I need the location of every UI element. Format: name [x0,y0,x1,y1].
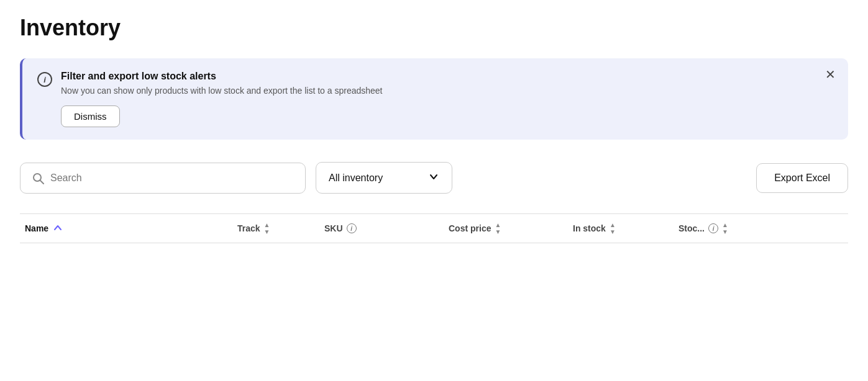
page-title: Inventory [20,15,848,41]
alert-content: Filter and export low stock alerts Now y… [61,71,833,127]
table-header: Name Track ▲ ▼ SKU i Cost price ▲ ▼ In s… [20,213,848,243]
col-name[interactable]: Name [20,223,237,234]
sort-desc-icon: ▼ [495,228,501,235]
dismiss-button[interactable]: Dismiss [61,105,120,127]
sort-asc-icon: ▲ [722,222,728,228]
sort-asc-icon: ▲ [495,222,501,228]
alert-body: Now you can show only products with low … [61,86,833,96]
col-stoc: Stoc... i ▲ ▼ [678,222,790,235]
sku-info-icon[interactable]: i [347,223,357,233]
search-icon [32,172,44,184]
alert-title: Filter and export low stock alerts [61,71,833,82]
info-icon: i [37,72,52,87]
filter-dropdown[interactable]: All inventory [316,162,452,194]
svg-line-1 [40,181,43,184]
col-sku-label: SKU [324,223,343,233]
sort-desc-icon: ▼ [610,228,616,235]
col-track-label: Track [237,223,260,233]
svg-point-0 [34,174,41,181]
close-button[interactable]: ✕ [825,68,836,81]
track-sort-arrows[interactable]: ▲ ▼ [264,222,270,235]
col-track: Track ▲ ▼ [237,222,324,235]
cost-sort-arrows[interactable]: ▲ ▼ [495,222,501,235]
sort-asc-icon: ▲ [610,222,616,228]
toolbar: All inventory Export Excel [20,162,848,194]
stoc-info-icon[interactable]: i [708,223,718,233]
col-sku: SKU i [324,223,449,233]
chevron-down-icon [428,171,439,184]
col-instock-label: In stock [573,223,606,233]
instock-sort-arrows[interactable]: ▲ ▼ [610,222,616,235]
col-cost-label: Cost price [449,223,491,233]
col-stoc-label: Stoc... [678,223,705,233]
search-box[interactable] [20,163,306,194]
filter-label: All inventory [329,173,383,184]
col-cost-price: Cost price ▲ ▼ [449,222,573,235]
col-in-stock: In stock ▲ ▼ [573,222,678,235]
sort-desc-icon: ▼ [264,228,270,235]
sort-asc-icon: ▲ [264,222,270,228]
sort-desc-icon: ▼ [722,228,728,235]
sort-up-icon[interactable] [53,223,62,234]
stoc-sort-arrows[interactable]: ▲ ▼ [722,222,728,235]
search-input[interactable] [50,173,294,184]
col-name-label: Name [25,223,48,233]
alert-banner: i Filter and export low stock alerts Now… [20,58,848,140]
export-excel-button[interactable]: Export Excel [756,163,848,193]
